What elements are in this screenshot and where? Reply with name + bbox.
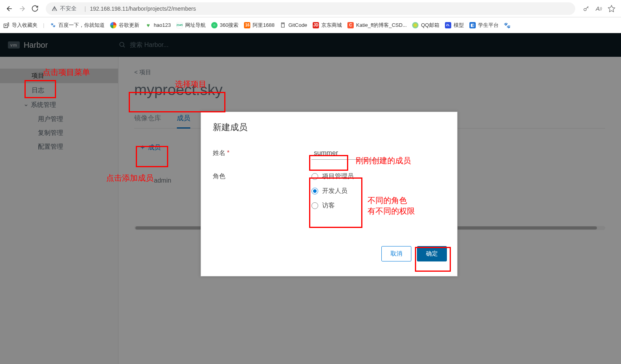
bookmark-csdn[interactable]: CKatie_ff的博客_CSD... — [347, 22, 407, 29]
anno-box-proj-menu — [24, 80, 56, 98]
bookmark-qqmail[interactable]: QQ邮箱 — [412, 22, 439, 29]
modal-title: 新建成员 — [201, 112, 457, 145]
bookmark-360[interactable]: ○360搜索 — [211, 22, 239, 29]
name-label: 姓名* — [213, 147, 311, 157]
anno-roles-line1: 不同的角色 — [368, 195, 407, 206]
anno-box-ok — [415, 247, 451, 272]
insecure-badge: 不安全 — [51, 5, 77, 12]
anno-created-member: 刚刚创建的成员 — [356, 155, 411, 166]
read-aloud-icon[interactable]: A)) — [593, 2, 605, 15]
anno-roles-line2: 有不同的权限 — [368, 206, 415, 217]
bookmark-hao123[interactable]: ♥hao123 — [145, 22, 171, 28]
bookmark-1688[interactable]: 16阿里1688 — [244, 22, 274, 29]
insecure-label: 不安全 — [60, 5, 77, 12]
import-bookmarks[interactable]: 导入收藏夹 — [3, 22, 38, 29]
bookmark-2345[interactable]: 2345网址导航 — [176, 22, 206, 29]
reload-button[interactable] — [28, 2, 41, 15]
back-button[interactable] — [3, 2, 16, 15]
bookmark-google[interactable]: 谷歌更新 — [110, 22, 139, 29]
forward-button[interactable] — [16, 2, 28, 15]
bookmark-more[interactable]: 🐾 — [504, 22, 510, 28]
bookmark-gitcode[interactable]: GitCode — [280, 22, 307, 28]
favorite-icon[interactable] — [605, 2, 618, 15]
anno-box-proj-title — [129, 92, 225, 112]
bookmarks-bar: 导入收藏夹 | 🐾百度一下，你就知道 谷歌更新 ♥hao123 2345网址导航… — [0, 17, 621, 33]
role-label: 角色 — [213, 171, 311, 181]
address-bar[interactable]: 不安全 | 192.168.198.11/harbor/projects/2/m… — [46, 2, 575, 15]
anno-box-roles — [309, 177, 362, 228]
bookmark-jd[interactable]: JD京东商城 — [313, 22, 342, 29]
anno-box-name-input — [309, 155, 348, 171]
browser-toolbar: 不安全 | 192.168.198.11/harbor/projects/2/m… — [0, 0, 621, 17]
anno-click-proj-menu: 点击项目菜单 — [43, 67, 90, 78]
cancel-button[interactable]: 取消 — [381, 246, 411, 261]
address-divider: | — [84, 6, 86, 12]
anno-select-proj: 选择项目 — [175, 79, 206, 90]
bookmark-baidu[interactable]: 🐾百度一下，你就知道 — [50, 22, 105, 29]
anno-click-add-member: 点击添加成员 — [106, 173, 154, 183]
bookmark-model[interactable]: ZL模型 — [445, 22, 464, 29]
key-icon[interactable] — [580, 2, 593, 15]
bookmark-student[interactable]: ◧学生平台 — [469, 22, 499, 29]
anno-box-add-member — [136, 146, 168, 167]
url-text: 192.168.198.11/harbor/projects/2/members — [90, 6, 196, 12]
